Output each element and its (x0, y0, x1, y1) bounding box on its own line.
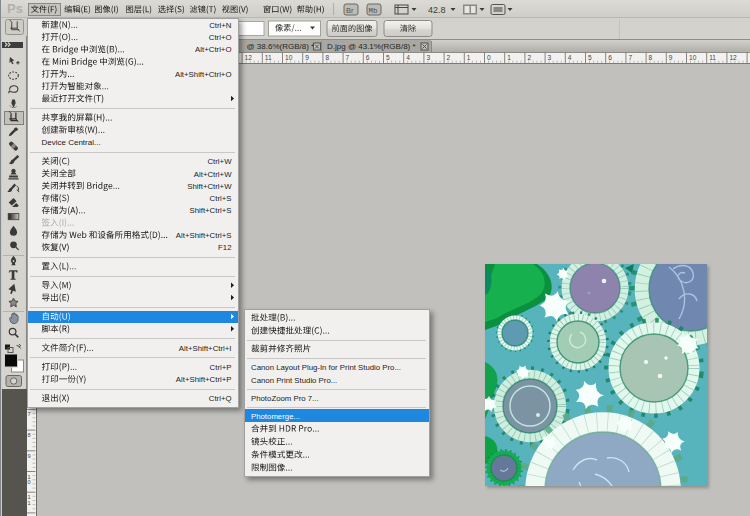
svg-text:PhotoZoom Pro 7...: PhotoZoom Pro 7... (251, 394, 319, 403)
svg-text:Photomerge...: Photomerge... (251, 412, 300, 421)
svg-text:Ctrl+P: Ctrl+P (210, 363, 232, 372)
svg-text:Ctrl+O: Ctrl+O (209, 33, 232, 42)
svg-text:Ctrl+S: Ctrl+S (210, 194, 232, 203)
svg-text:Alt+Ctrl+W: Alt+Ctrl+W (194, 170, 232, 179)
svg-text:F12: F12 (218, 243, 231, 252)
svg-text:Shift+Ctrl+S: Shift+Ctrl+S (189, 206, 231, 215)
svg-text:Ctrl+N: Ctrl+N (209, 21, 231, 30)
svg-text:Shift+Ctrl+W: Shift+Ctrl+W (187, 182, 232, 191)
svg-text:Alt+Shift+Ctrl+S: Alt+Shift+Ctrl+S (176, 231, 232, 240)
svg-text:Ctrl+Q: Ctrl+Q (209, 394, 232, 403)
svg-text:Canon Layout Plug-In for Print: Canon Layout Plug-In for Print Studio Pr… (251, 363, 401, 372)
svg-text:Alt+Shift+Ctrl+P: Alt+Shift+Ctrl+P (176, 375, 232, 384)
svg-text:Canon Print Studio Pro...: Canon Print Studio Pro... (251, 376, 337, 385)
svg-text:Device Central...: Device Central... (42, 138, 101, 147)
svg-text:Ctrl+W: Ctrl+W (207, 157, 232, 166)
svg-text:Alt+Ctrl+O: Alt+Ctrl+O (195, 45, 231, 54)
svg-text:Alt+Shift+Ctrl+I: Alt+Shift+Ctrl+I (179, 344, 232, 353)
svg-text:Alt+Shift+Ctrl+O: Alt+Shift+Ctrl+O (175, 70, 232, 79)
